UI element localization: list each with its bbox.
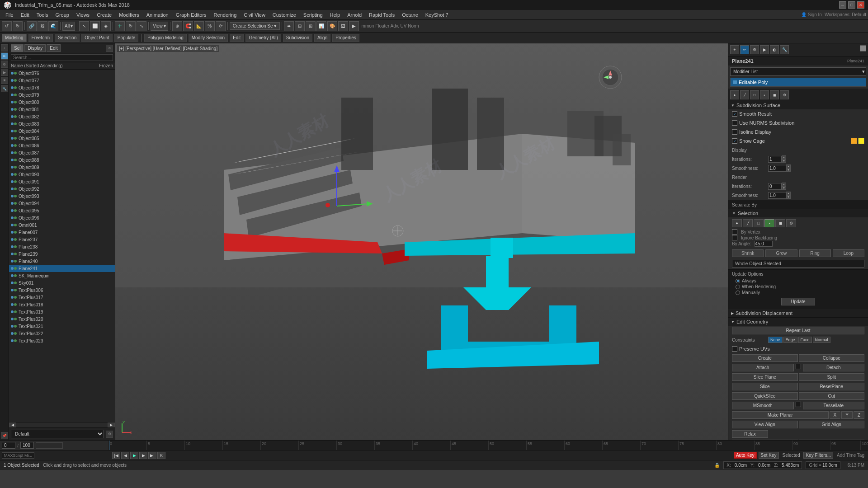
render-smoothness-spinner[interactable]: ▲ ▼ [768, 192, 791, 199]
script-mini-editor[interactable]: MAXScript Mi... [2, 452, 34, 459]
x-button[interactable]: X [830, 411, 841, 419]
list-item[interactable]: Object082 [9, 113, 115, 120]
list-item[interactable]: Object094 [9, 200, 115, 207]
list-item[interactable]: Object080 [9, 99, 115, 106]
menu-arnold[interactable]: Arnold [344, 11, 365, 19]
list-item[interactable]: TextPlus023 [9, 337, 115, 344]
grid-align-button[interactable]: Grid Align [799, 421, 865, 428]
filter-dropdown[interactable]: All ▾ [62, 22, 75, 31]
redo-button[interactable]: ↻ [13, 21, 23, 31]
attach-button[interactable]: Attach [732, 364, 794, 371]
y-button[interactable]: Y [841, 411, 853, 419]
preserve-uvs-checkbox[interactable] [732, 346, 737, 352]
normal-constraint-button[interactable]: Normal [813, 337, 830, 343]
scene-list-scrollbar[interactable]: ◀ ▶ [9, 422, 115, 427]
list-item[interactable]: TextPlus019 [9, 308, 115, 315]
make-planar-button[interactable]: Make Planar [732, 411, 829, 419]
menu-tools[interactable]: Tools [33, 11, 52, 19]
view-align-button[interactable]: View Align [732, 421, 798, 428]
ls-hierarchy-button[interactable]: ⚙ [1, 61, 8, 68]
display-smoothness-input[interactable] [768, 165, 786, 172]
select-move-button[interactable]: ✛ [115, 21, 125, 31]
display-panel-icon[interactable]: ◐ [770, 45, 779, 54]
list-item[interactable]: Object096 [9, 214, 115, 221]
ls-modify-button[interactable]: ✏ [1, 52, 8, 60]
key-filters-button[interactable]: Key Filters... [803, 452, 833, 459]
menu-keyshot[interactable]: KeyShot 7 [422, 11, 452, 19]
vertex-sel-button[interactable]: ● [732, 219, 742, 227]
next-frame-button[interactable]: ▶ [139, 452, 147, 459]
vertex-level-icon[interactable]: ● [730, 90, 739, 99]
ring-button[interactable]: Ring [799, 249, 831, 257]
list-item[interactable]: Object090 [9, 171, 115, 178]
ls-motion-button[interactable]: ▶ [1, 69, 8, 76]
update-button[interactable]: Update [781, 298, 815, 305]
list-item[interactable]: Plane237 [9, 236, 115, 243]
relax-button[interactable]: Relax [732, 430, 768, 438]
use-nurms-checkbox[interactable] [732, 120, 737, 126]
render-setup[interactable]: 🖼 [338, 21, 348, 31]
list-item[interactable]: Object076 [9, 70, 115, 77]
list-item[interactable]: Object079 [9, 91, 115, 99]
menu-help[interactable]: Help [326, 11, 344, 19]
loop-button[interactable]: Loop [833, 249, 864, 257]
list-item[interactable]: Plane239 [9, 250, 115, 258]
minimize-button[interactable]: ─ [839, 1, 846, 9]
layer-dropdown[interactable]: Default [11, 430, 104, 438]
menu-scripting[interactable]: Scripting [300, 11, 326, 19]
view-dropdown[interactable]: View ▾ [151, 22, 168, 31]
ls-pin-button[interactable]: 📌 [1, 432, 8, 439]
unlink-button[interactable]: ⛓ [38, 21, 47, 31]
list-item[interactable]: Object086 [9, 142, 115, 149]
smoothness-up-button[interactable]: ▲ [786, 164, 791, 168]
grow-button[interactable]: Grow [765, 249, 797, 257]
ignore-backfacing-checkbox[interactable] [732, 235, 737, 240]
shrink-button[interactable]: Shrink [732, 249, 764, 257]
render-smooth-down-button[interactable]: ▼ [786, 195, 791, 199]
slice-plane-button[interactable]: Slice Plane [732, 373, 798, 381]
render-button[interactable]: ▶ [349, 21, 359, 31]
reset-plane-button[interactable]: ResetPlane [799, 383, 865, 390]
selection-header[interactable]: ▼ Selection [728, 209, 868, 217]
ls-utilities-button[interactable]: 🔧 [1, 85, 8, 92]
hierarchy-panel-icon[interactable]: ⚙ [750, 45, 759, 54]
subtab-polygon-modeling[interactable]: Polygon Modeling [144, 34, 187, 42]
menu-graph-editors[interactable]: Graph Editors [172, 11, 210, 19]
tab-freeform[interactable]: Freeform [28, 34, 53, 42]
go-to-start-button[interactable]: |◀ [112, 452, 120, 459]
attach-checkbox[interactable] [796, 364, 801, 369]
rotate-button[interactable]: ↻ [126, 21, 136, 31]
list-item[interactable]: Plane240 [9, 258, 115, 265]
smooth-result-checkbox[interactable] [732, 111, 737, 117]
cage-color-swatch-2[interactable] [858, 138, 864, 144]
unhide-all-button[interactable]: Unhide All [799, 440, 865, 440]
settings-sel-button[interactable]: ⚙ [786, 219, 796, 227]
tab-populate[interactable]: Populate [114, 34, 138, 42]
menu-create[interactable]: Create [93, 11, 115, 19]
subtab-modify-selection[interactable]: Modify Selection [189, 34, 228, 42]
play-animation-button[interactable]: ▶ [130, 452, 138, 459]
display-iterations-spinner[interactable]: ▲ ▼ [768, 155, 786, 163]
color-swatch[interactable] [860, 45, 866, 52]
show-cage-checkbox[interactable] [732, 138, 737, 144]
by-angle-input[interactable] [755, 241, 773, 247]
scroll-right-button[interactable]: ▶ [108, 422, 115, 427]
when-rendering-radio[interactable] [736, 285, 740, 289]
close-panel-button[interactable]: ✕ [106, 45, 113, 52]
msmooth-button[interactable]: MSmooth [732, 402, 794, 409]
list-item[interactable]: Object092 [9, 185, 115, 192]
collapse-button[interactable]: Collapse [799, 354, 865, 362]
search-input[interactable] [11, 54, 113, 61]
open-schematic[interactable]: 📊 [316, 21, 326, 31]
horizontal-scrollbar[interactable] [16, 422, 108, 427]
isoline-display-checkbox[interactable] [732, 129, 737, 135]
ls-create-button[interactable]: + [1, 44, 8, 52]
edit-tab-button[interactable]: Edit [47, 44, 61, 52]
ls-display-button[interactable]: 👁 [1, 77, 8, 84]
display-tab-button[interactable]: Display [24, 44, 46, 52]
none-constraint-button[interactable]: None [768, 337, 783, 343]
subtab-align[interactable]: Align [314, 34, 330, 42]
list-item[interactable]: TextPlus006 [9, 286, 115, 294]
border-sel-button[interactable]: □ [754, 219, 764, 227]
array-button[interactable]: ⊞ [306, 21, 316, 31]
